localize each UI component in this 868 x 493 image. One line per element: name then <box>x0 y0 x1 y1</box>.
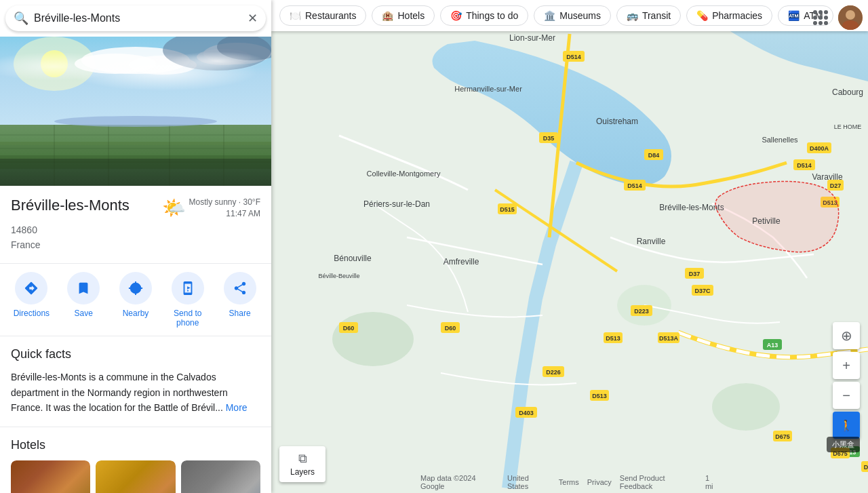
share-label: Share <box>229 309 251 318</box>
send-to-phone-button[interactable]: Send tophone <box>167 272 208 328</box>
svg-point-4 <box>75 54 156 74</box>
map-privacy[interactable]: Privacy <box>587 478 612 486</box>
search-input[interactable]: Bréville-les-Monts <box>34 12 248 24</box>
directions-label: Directions <box>14 309 50 318</box>
close-icon[interactable]: ✕ <box>248 11 258 26</box>
svg-point-2 <box>41 50 68 77</box>
hotels-title: Hotels <box>11 438 260 452</box>
label-hermanville: Hermanville-sur-Mer <box>454 85 522 93</box>
dot <box>818 16 823 20</box>
nav-pill-pharmacies[interactable]: 💊 Pharmacies <box>686 5 772 26</box>
svg-text:D60: D60 <box>445 325 456 332</box>
label-amfreville: Amfreville <box>443 257 479 267</box>
restaurants-icon: 🍽️ <box>290 10 301 21</box>
location-info: Bréville-les-Monts 🌤️ Mostly sunny · 30°… <box>0 186 271 264</box>
zoom-out-button[interactable]: − <box>833 382 860 409</box>
museums-icon: 🏛️ <box>544 10 555 21</box>
weather-icon: 🌤️ <box>162 197 186 219</box>
hotel-card-1[interactable]: $89 <box>11 460 90 493</box>
svg-text:D226: D226 <box>546 369 561 376</box>
label-ranville: Ranville <box>637 237 666 246</box>
hotel-card-image-2 <box>96 460 175 493</box>
transit-label: Transit <box>642 10 671 21</box>
layers-icon: ⧉ <box>298 452 307 466</box>
nearby-label: Nearby <box>123 309 149 318</box>
nav-pill-things-to-do[interactable]: 🎯 Things to do <box>440 5 528 26</box>
svg-text:D37C: D37C <box>694 288 711 294</box>
svg-text:D515: D515 <box>500 206 515 213</box>
location-details: 14860 France <box>11 222 260 253</box>
label-varaville: Varaville <box>812 172 842 182</box>
nav-pill-restaurants[interactable]: 🍽️ Restaurants <box>279 5 366 26</box>
label-petiville: Petiville <box>752 216 781 226</box>
svg-text:D514: D514 <box>797 162 812 169</box>
svg-point-28 <box>712 383 780 431</box>
nearby-icon <box>128 281 143 296</box>
map-canvas[interactable]: D514 D514 D514 D35 D60 D60 D515 D84 D37 … <box>271 0 868 493</box>
dot <box>813 16 817 20</box>
atm-icon: 🏧 <box>788 10 800 21</box>
save-label: Save <box>75 309 93 318</box>
svg-text:D675: D675 <box>775 433 790 440</box>
label-le-home: LE HOME <box>834 123 862 130</box>
layers-label: Layers <box>290 467 315 477</box>
save-button[interactable]: Save <box>63 272 104 328</box>
map-terms[interactable]: Terms <box>559 478 579 486</box>
label-periers: Périers-sur-le-Dan <box>363 199 430 209</box>
svg-text:D400A: D400A <box>810 145 829 152</box>
svg-text:D223: D223 <box>634 308 649 315</box>
svg-text:A13: A13 <box>767 342 778 349</box>
hotel-cards: $89 $294 <box>11 460 260 493</box>
dot <box>818 10 823 14</box>
share-button[interactable]: Share <box>220 272 260 328</box>
svg-text:D513: D513 <box>606 335 620 342</box>
more-link[interactable]: More <box>226 402 248 413</box>
svg-text:D35: D35 <box>543 135 555 142</box>
pegman-button[interactable]: 🚶 <box>833 412 860 439</box>
weather-text: Mostly sunny · 30°F 11:47 AM <box>189 197 260 220</box>
my-location-button[interactable]: ⊕ <box>833 322 860 349</box>
share-circle <box>224 272 256 304</box>
things-to-do-label: Things to do <box>466 10 518 21</box>
apps-grid-button[interactable] <box>808 5 833 30</box>
pharmacies-icon: 💊 <box>696 10 708 21</box>
map-area[interactable]: 🍽️ Restaurants 🏨 Hotels 🎯 Things to do 🏛… <box>271 0 868 493</box>
layers-button[interactable]: ⧉ Layers <box>279 446 326 482</box>
svg-text:D60: D60 <box>343 325 355 332</box>
nav-pill-hotels[interactable]: 🏨 Hotels <box>372 5 435 26</box>
zoom-in-button[interactable]: + <box>833 352 860 379</box>
museums-label: Museums <box>559 10 601 21</box>
svg-point-21 <box>54 116 217 127</box>
label-lion-sur-mer: Lion-sur-Mer <box>509 33 555 43</box>
things-to-do-icon: 🎯 <box>450 10 462 21</box>
map-send-feedback[interactable]: Send Product Feedback <box>620 474 697 490</box>
svg-rect-22 <box>0 159 271 186</box>
directions-circle <box>15 272 47 304</box>
directions-icon <box>24 281 39 296</box>
nearby-button[interactable]: Nearby <box>115 272 156 328</box>
directions-button[interactable]: Directions <box>11 272 52 328</box>
hotel-card-3[interactable] <box>181 460 260 493</box>
dot <box>818 21 823 25</box>
send-to-phone-icon <box>180 281 195 296</box>
nav-pill-museums[interactable]: 🏛️ Museums <box>534 5 611 26</box>
dot <box>813 21 817 25</box>
watermark: 小黑盒 <box>827 437 860 452</box>
svg-point-24 <box>846 10 855 20</box>
road-label-d514b: D514 <box>627 182 642 189</box>
nav-pill-transit[interactable]: 🚌 Transit <box>616 5 681 26</box>
user-avatar[interactable] <box>838 5 863 30</box>
svg-point-3 <box>81 47 190 74</box>
svg-point-1 <box>14 37 95 91</box>
dot <box>813 10 817 14</box>
map-copyright: Map data ©2024 Google <box>420 474 499 490</box>
svg-point-5 <box>129 56 197 75</box>
search-bar: 🔍 Bréville-les-Monts ✕ <box>5 5 266 31</box>
hotel-card-2[interactable]: $294 <box>96 460 175 493</box>
hotels-icon: 🏨 <box>382 10 393 21</box>
send-to-phone-label: Send tophone <box>174 309 201 328</box>
svg-text:D403: D403 <box>519 410 534 416</box>
svg-text:D27: D27 <box>830 182 842 189</box>
svg-text:D78: D78 <box>864 464 868 471</box>
left-panel: 🔍 Bréville-les-Monts ✕ <box>0 0 271 493</box>
